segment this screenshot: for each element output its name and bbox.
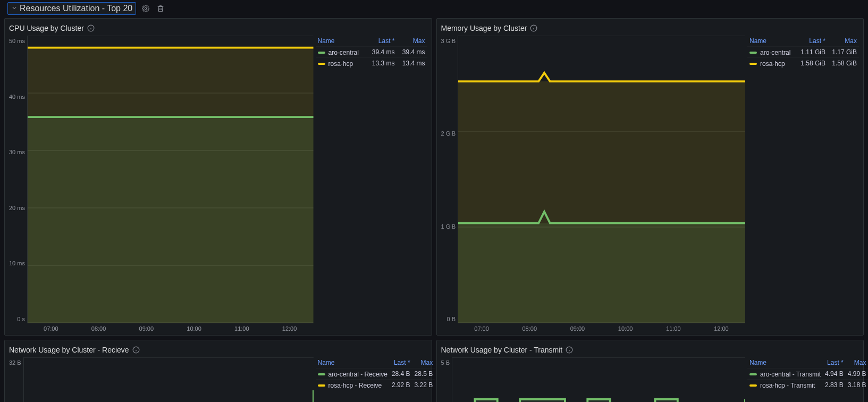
legend-last: 1.58 GiB [796, 58, 828, 69]
panel-header[interactable]: Memory Usage by Cluster [437, 19, 864, 35]
legend-header-name[interactable]: Name [316, 36, 367, 47]
legend-max: 1.58 GiB [828, 58, 859, 69]
legend-row[interactable]: rosa-hcp - Receive 2.92 B 3.22 B [316, 379, 435, 390]
legend-series-name: rosa-hcp - Receive [318, 382, 382, 389]
legend: Name Last * Max aro-central - Transmit 4… [747, 357, 859, 402]
chart-canvas[interactable] [458, 36, 745, 323]
y-tick: 1 GiB [441, 223, 456, 230]
row-settings-button[interactable] [140, 3, 151, 14]
legend-last: 39.4 ms [366, 47, 397, 58]
legend: Name Last * Max aro-central - Receive 28… [316, 357, 427, 402]
y-tick: 0 s [17, 316, 25, 322]
chart-canvas[interactable] [452, 357, 745, 402]
legend-max: 4.99 B [846, 368, 868, 379]
legend-series-name: rosa-hcp - Transmit [749, 382, 815, 389]
plot-area: 50 ms40 ms30 ms20 ms10 ms0 s 07:0008:000… [9, 36, 314, 333]
info-icon[interactable] [530, 24, 537, 32]
legend-row[interactable]: aro-central 1.11 GiB 1.17 GiB [747, 47, 859, 58]
panel-title: Memory Usage by Cluster [441, 24, 527, 32]
legend-last: 13.3 ms [366, 58, 397, 69]
x-tick: 09:00 [122, 325, 170, 333]
legend-series-name: aro-central [749, 49, 790, 56]
swatch-yellow [318, 384, 325, 387]
info-icon[interactable] [132, 346, 140, 354]
legend-max: 1.17 GiB [828, 47, 859, 58]
y-tick: 50 ms [9, 38, 25, 44]
legend-last: 2.92 B [390, 379, 412, 390]
panel-body: 50 ms40 ms30 ms20 ms10 ms0 s 07:0008:000… [5, 35, 432, 335]
panel-header[interactable]: CPU Usage by Cluster [5, 19, 432, 35]
legend-header-name[interactable]: Name [316, 357, 390, 368]
y-tick: 3 GiB [441, 38, 456, 44]
y-tick: 10 ms [9, 260, 25, 266]
x-tick: 12:00 [266, 325, 314, 333]
legend-header-name[interactable]: Name [747, 36, 796, 47]
x-axis: 07:0008:0009:0010:0011:0012:00 [458, 323, 745, 333]
legend-header-max[interactable]: Max [828, 36, 859, 47]
y-axis: 32 B24 B16 B8 B0 B [9, 357, 23, 402]
legend-series-name: aro-central [318, 49, 359, 56]
panel-header[interactable]: Network Usage by Cluster - Recieve [5, 340, 432, 356]
plot-area: 5 B4 B3 B 07:0008:0009:0010:0011:0012:00 [441, 357, 746, 402]
legend-series-name: rosa-hcp [749, 60, 785, 68]
legend-row[interactable]: rosa-hcp 1.58 GiB 1.58 GiB [747, 58, 859, 69]
legend-header-last[interactable]: Last * [366, 36, 397, 47]
x-axis: 07:0008:0009:0010:0011:0012:00 [27, 323, 314, 333]
svg-point-0 [145, 7, 147, 10]
panel-net_rx: Network Usage by Cluster - Recieve 32 B2… [4, 340, 432, 402]
y-axis: 50 ms40 ms30 ms20 ms10 ms0 s [9, 36, 27, 333]
row-toggle[interactable]: Resources Utilization - Top 20 [7, 2, 136, 15]
legend-max: 28.5 B [412, 368, 435, 379]
legend-header-last[interactable]: Last * [823, 357, 846, 368]
legend-row[interactable]: aro-central - Transmit 4.94 B 4.99 B [747, 368, 868, 379]
legend-row[interactable]: rosa-hcp 13.3 ms 13.4 ms [316, 58, 427, 69]
panel-header[interactable]: Network Usage by Cluster - Transmit [437, 340, 864, 356]
swatch-green [749, 52, 757, 54]
x-tick: 12:00 [697, 325, 745, 333]
legend: Name Last * Max aro-central 1.11 GiB 1.1… [747, 36, 859, 333]
panel-net_tx: Network Usage by Cluster - Transmit 5 B4… [436, 340, 864, 402]
legend-last: 4.94 B [823, 368, 846, 379]
info-icon[interactable] [566, 346, 573, 354]
info-icon[interactable] [87, 24, 95, 32]
legend-row[interactable]: aro-central - Receive 28.4 B 28.5 B [316, 368, 435, 379]
x-tick: 10:00 [170, 325, 218, 333]
x-tick: 08:00 [505, 325, 553, 333]
y-tick: 5 B [441, 359, 450, 366]
chart-canvas[interactable] [27, 36, 314, 323]
legend-series-name: rosa-hcp [318, 60, 353, 68]
legend-row[interactable]: aro-central 39.4 ms 39.4 ms [316, 47, 427, 58]
x-tick: 09:00 [553, 325, 601, 333]
row-delete-button[interactable] [155, 3, 166, 14]
legend-header-name[interactable]: Name [747, 357, 823, 368]
y-tick: 20 ms [9, 205, 25, 211]
legend-header-max[interactable]: Max [397, 36, 427, 47]
legend-max: 3.22 B [412, 379, 435, 390]
swatch-yellow [318, 63, 325, 65]
legend-row[interactable]: rosa-hcp - Transmit 2.83 B 3.18 B [747, 379, 868, 390]
swatch-green [318, 52, 325, 54]
y-tick: 32 B [9, 359, 21, 366]
legend-header-max[interactable]: Max [412, 357, 435, 368]
legend-header-last[interactable]: Last * [390, 357, 412, 368]
x-tick: 07:00 [27, 325, 75, 333]
legend-header-max[interactable]: Max [846, 357, 868, 368]
swatch-green [749, 373, 757, 375]
y-tick: 2 GiB [441, 130, 456, 137]
legend-max: 3.18 B [846, 379, 868, 390]
y-axis: 3 GiB2 GiB1 GiB0 B [441, 36, 458, 333]
panel-memory: Memory Usage by Cluster 3 GiB2 GiB1 GiB0… [436, 18, 864, 336]
plot-area: 32 B24 B16 B8 B0 B 07:0008:0009:0010:001… [9, 357, 314, 402]
legend-series-name: aro-central - Transmit [749, 371, 821, 378]
chart-canvas[interactable] [23, 357, 314, 402]
legend-last: 2.83 B [823, 379, 846, 390]
legend-header-last[interactable]: Last * [796, 36, 828, 47]
legend: Name Last * Max aro-central 39.4 ms 39.4… [316, 36, 427, 333]
panel-cpu: CPU Usage by Cluster 50 ms40 ms30 ms20 m… [4, 18, 432, 336]
y-tick: 40 ms [9, 94, 25, 100]
chevron-down-icon [11, 5, 18, 13]
legend-last: 28.4 B [390, 368, 412, 379]
panel-body: 3 GiB2 GiB1 GiB0 B 07:0008:0009:0010:001… [437, 35, 864, 335]
x-tick: 11:00 [650, 325, 697, 333]
y-tick: 0 B [447, 316, 456, 322]
